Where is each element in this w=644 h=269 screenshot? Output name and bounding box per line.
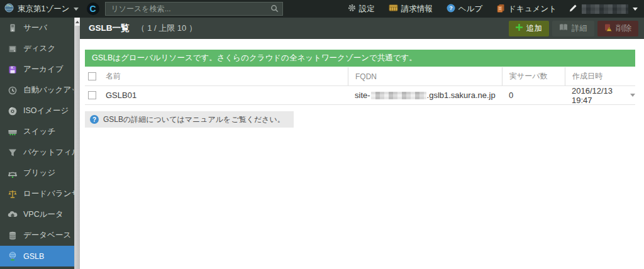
menu-help-label: ヘルプ [458,4,482,14]
sidebar-item-vpc-router[interactable]: VPCルータ [0,204,74,225]
column-header-servers: 実サーバ数 [502,67,565,85]
sidebar-item-label: アーカイブ [23,64,64,75]
row-checkbox[interactable] [88,91,96,99]
menu-help[interactable]: ? ヘルプ [440,4,489,14]
account-chevron-down-icon [633,8,638,11]
sidebar-item-auto-backup[interactable]: 自動バックアップ [0,80,74,101]
plus-icon [516,24,523,33]
zone-selector[interactable]: 東京第1ゾーン [0,3,85,14]
document-icon [496,4,505,14]
created-value: 2016/12/13 19:47 [572,86,626,105]
sidebar-scrollbar[interactable] [74,18,80,269]
load-balancer-icon [8,189,18,199]
fqdn-prefix: site- [355,91,370,100]
book-icon [559,24,568,33]
header-actions: 追加 詳細 削除 [509,21,638,36]
sidebar-item-label: スイッチ [23,126,55,137]
database-icon [8,231,18,241]
table-header-row: 名前 FQDN 実サーバ数 作成日時 [85,67,635,86]
question-icon: ? [90,115,99,124]
sidebar-item-switch[interactable]: スイッチ [0,121,74,142]
sidebar-item-label: VPCルータ [23,209,64,220]
server-icon [8,23,18,33]
sidebar-item-load-balancer[interactable]: ロードバランサ [0,184,74,204]
sidebar-item-label: ディスク [23,43,55,54]
delete-warning-icon [604,24,612,33]
sidebar-item-server[interactable]: サーバ [0,18,74,38]
table-row[interactable]: GSLB01 site-.gslb1.sakura.ne.jp 0 2016/1… [85,86,635,105]
sidebar-item-label: ロードバランサ [23,189,79,199]
search-input[interactable] [105,2,283,16]
scrollbar-up-button[interactable] [75,18,80,26]
detail-button[interactable]: 詳細 [552,21,594,36]
sidebar-item-iso-image[interactable]: ISOイメージ [0,101,74,121]
sidebar-item-label: ブリッジ [23,168,55,178]
row-servers: 0 [502,86,565,104]
fqdn-redacted [371,92,426,99]
sidebar-item-bridge[interactable]: ブリッジ [0,163,74,184]
menu-settings-label: 設定 [359,4,375,14]
sidebar-item-gslb[interactable]: GSLB [0,246,74,266]
gslb-table: 名前 FQDN 実サーバ数 作成日時 GSLB01 site-.gslb1.sa… [85,67,635,105]
sidebar-item-disk[interactable]: ディスク [0,38,74,59]
menu-documents[interactable]: ドキュメント [489,4,564,14]
zone-label: 東京第1ゾーン [18,4,70,14]
column-header-name: 名前 [104,67,348,85]
page-body: サーバ ディスク アーカイブ 自動バックアップ ISOイメージ スイッチ パケッ… [0,18,644,269]
search-icon[interactable] [270,4,279,14]
chevron-down-icon [74,8,79,11]
row-checkbox-cell [85,86,104,104]
main-content: GSLBはグローバルリソースです。さくらのクラウドの全ネットワークゾーンで共通で… [80,39,644,128]
detail-button-label: 詳細 [572,23,587,34]
header-checkbox-cell [85,67,104,85]
billing-icon [389,4,398,14]
scrollbar-thumb[interactable] [75,26,80,269]
bridge-icon [8,168,18,178]
disk-icon [8,44,18,54]
help-icon: ? [447,4,455,14]
menu-billing-label: 請求情報 [401,4,433,14]
menu-documents-label: ドキュメント [508,4,557,14]
manual-help-note: ? GSLBの詳細についてはマニュアルをご覧ください。 [85,111,294,128]
sidebar-item-database[interactable]: データベース [0,225,74,246]
delete-button-label: 削除 [616,23,631,34]
manual-help-text: GSLBの詳細についてはマニュアルをご覧ください。 [103,114,285,125]
archive-icon [8,65,18,75]
row-fqdn: site-.gslb1.sakura.ne.jp [348,86,502,104]
pencil-icon [569,4,577,14]
packet-filter-icon [8,148,18,158]
main-panel: GSLB一覧 （ 1 / 上限 10 ） 追加 詳細 削除 GSLBはグローバル… [80,18,644,269]
scroll-up-icon [75,21,79,23]
select-all-checkbox[interactable] [88,72,96,80]
sidebar-item-label: データベース [23,230,71,241]
switch-icon [8,127,18,137]
resource-count: （ 1 / 上限 10 ） [137,23,197,34]
add-button[interactable]: 追加 [509,21,549,36]
iso-disc-icon [8,106,18,116]
menu-settings[interactable]: 設定 [341,4,382,14]
sidebar-item-label: GSLB [23,252,44,261]
sidebar: サーバ ディスク アーカイブ 自動バックアップ ISOイメージ スイッチ パケッ… [0,18,74,269]
backup-clock-icon [8,85,18,96]
account-menu[interactable] [564,4,644,14]
resource-search [105,2,283,16]
row-menu-chevron-icon[interactable] [630,94,635,97]
global-resource-notice: GSLBはグローバルリソースです。さくらのクラウドの全ネットワークゾーンで共通で… [85,50,635,67]
svg-text:?: ? [449,5,453,11]
column-header-fqdn: FQDN [348,67,502,85]
topbar: 東京第1ゾーン C 設定 請求情報 ? ヘルプ ドキュメント [0,0,644,18]
main-header: GSLB一覧 （ 1 / 上限 10 ） 追加 詳細 削除 [80,18,644,39]
row-created: 2016/12/13 19:47 [565,86,635,104]
menu-billing[interactable]: 請求情報 [382,4,440,14]
sidebar-item-packet-filter[interactable]: パケットフィルタ [0,142,74,163]
delete-button[interactable]: 削除 [597,21,638,36]
sidebar-item-label: ISOイメージ [23,106,69,116]
row-name: GSLB01 [104,86,348,104]
fqdn-suffix: .gslb1.sakura.ne.jp [427,91,496,100]
globe-icon [4,3,14,14]
sidebar-item-archive[interactable]: アーカイブ [0,59,74,80]
gslb-globe-icon [8,251,18,261]
cloud-logo[interactable]: C [87,3,99,15]
column-header-created: 作成日時 [565,67,635,85]
gear-icon [348,4,356,14]
